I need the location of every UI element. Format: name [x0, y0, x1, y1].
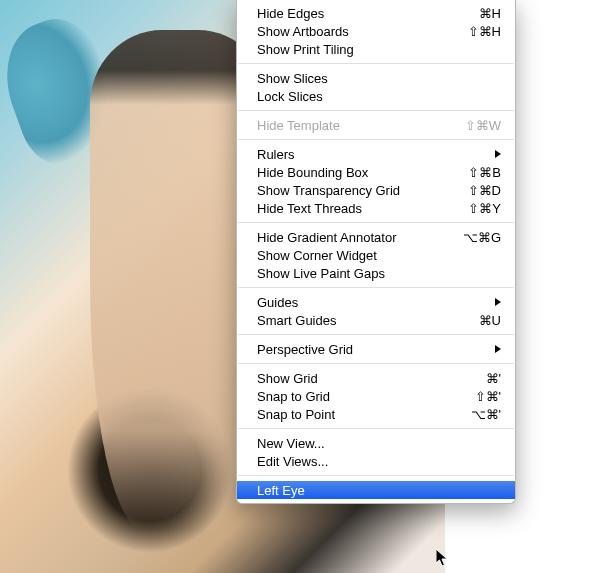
menu-left-eye[interactable]: Left Eye — [237, 481, 515, 499]
menu-rulers[interactable]: Rulers — [237, 145, 515, 163]
menu-separator — [238, 222, 514, 223]
menu-new-view[interactable]: New View... — [237, 434, 515, 452]
menu-item-label: Hide Edges — [257, 6, 479, 21]
menu-perspective-grid[interactable]: Perspective Grid — [237, 340, 515, 358]
menu-show-live-paint-gaps[interactable]: Show Live Paint Gaps — [237, 264, 515, 282]
submenu-arrow-icon — [495, 150, 501, 158]
menu-hide-gradient-annotator[interactable]: Hide Gradient Annotator⌥⌘G — [237, 228, 515, 246]
menu-item-label: Show Transparency Grid — [257, 183, 468, 198]
menu-guides[interactable]: Guides — [237, 293, 515, 311]
menu-item-label: Show Grid — [257, 371, 486, 386]
menu-item-label: Show Live Paint Gaps — [257, 266, 501, 281]
menu-smart-guides[interactable]: Smart Guides⌘U — [237, 311, 515, 329]
menu-item-label: New View... — [257, 436, 501, 451]
menu-separator — [238, 363, 514, 364]
menu-item-shortcut: ⇧⌘W — [465, 118, 501, 133]
menu-show-transparency-grid[interactable]: Show Transparency Grid⇧⌘D — [237, 181, 515, 199]
menu-show-print-tiling[interactable]: Show Print Tiling — [237, 40, 515, 58]
menu-snap-to-point[interactable]: Snap to Point⌥⌘' — [237, 405, 515, 423]
menu-item-label: Rulers — [257, 147, 487, 162]
menu-item-label: Hide Bounding Box — [257, 165, 468, 180]
menu-item-label: Left Eye — [257, 483, 501, 498]
menu-item-shortcut: ⇧⌘' — [475, 389, 501, 404]
menu-item-label: Hide Template — [257, 118, 465, 133]
menu-item-label: Perspective Grid — [257, 342, 487, 357]
menu-lock-slices[interactable]: Lock Slices — [237, 87, 515, 105]
menu-item-label: Show Slices — [257, 71, 501, 86]
menu-item-shortcut: ⌥⌘' — [471, 407, 501, 422]
menu-item-shortcut: ⌘' — [486, 371, 501, 386]
menu-show-grid[interactable]: Show Grid⌘' — [237, 369, 515, 387]
menu-edit-views[interactable]: Edit Views... — [237, 452, 515, 470]
view-menu-dropdown: Hide Edges⌘HShow Artboards⇧⌘HShow Print … — [236, 0, 516, 504]
menu-item-label: Show Corner Widget — [257, 248, 501, 263]
menu-item-shortcut: ⇧⌘D — [468, 183, 501, 198]
menu-item-label: Lock Slices — [257, 89, 501, 104]
menu-show-corner-widget[interactable]: Show Corner Widget — [237, 246, 515, 264]
menu-item-shortcut: ⇧⌘Y — [468, 201, 501, 216]
menu-separator — [238, 139, 514, 140]
menu-item-label: Hide Text Threads — [257, 201, 468, 216]
menu-hide-template: Hide Template⇧⌘W — [237, 116, 515, 134]
menu-item-label: Smart Guides — [257, 313, 479, 328]
menu-item-label: Hide Gradient Annotator — [257, 230, 463, 245]
menu-hide-edges[interactable]: Hide Edges⌘H — [237, 4, 515, 22]
menu-separator — [238, 334, 514, 335]
submenu-arrow-icon — [495, 345, 501, 353]
menu-separator — [238, 63, 514, 64]
menu-item-label: Snap to Point — [257, 407, 471, 422]
menu-separator — [238, 428, 514, 429]
menu-item-shortcut: ⌥⌘G — [463, 230, 501, 245]
menu-item-shortcut: ⌘U — [479, 313, 501, 328]
menu-separator — [238, 110, 514, 111]
menu-item-label: Show Print Tiling — [257, 42, 501, 57]
menu-hide-text-threads[interactable]: Hide Text Threads⇧⌘Y — [237, 199, 515, 217]
menu-show-slices[interactable]: Show Slices — [237, 69, 515, 87]
menu-show-artboards[interactable]: Show Artboards⇧⌘H — [237, 22, 515, 40]
cursor-pointer-icon — [436, 549, 450, 569]
menu-snap-to-grid[interactable]: Snap to Grid⇧⌘' — [237, 387, 515, 405]
menu-hide-bounding-box[interactable]: Hide Bounding Box⇧⌘B — [237, 163, 515, 181]
submenu-arrow-icon — [495, 298, 501, 306]
menu-item-label: Guides — [257, 295, 487, 310]
menu-item-shortcut: ⌘H — [479, 6, 501, 21]
menu-separator — [238, 475, 514, 476]
menu-item-label: Snap to Grid — [257, 389, 475, 404]
menu-item-label: Show Artboards — [257, 24, 468, 39]
menu-item-label: Edit Views... — [257, 454, 501, 469]
menu-separator — [238, 287, 514, 288]
menu-item-shortcut: ⇧⌘B — [468, 165, 501, 180]
menu-item-shortcut: ⇧⌘H — [468, 24, 501, 39]
